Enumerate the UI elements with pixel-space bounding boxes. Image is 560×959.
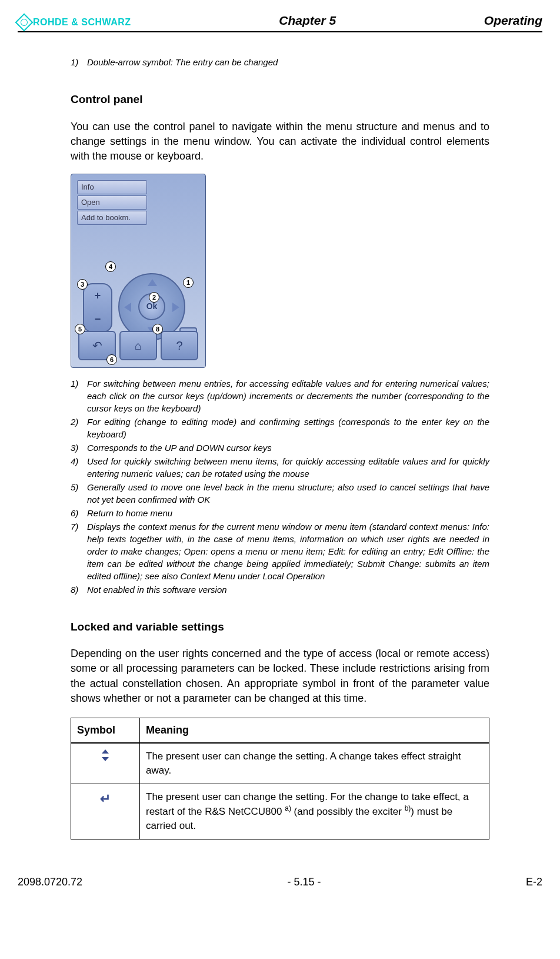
- chapter-label: Chapter 5: [279, 12, 336, 29]
- footnote-number: 1): [71, 56, 81, 68]
- control-panel-intro: You can use the control panel to navigat…: [71, 120, 489, 164]
- callout-badge: 1: [183, 277, 194, 288]
- page-footer: 2098.0720.72 - 5.15 - E-2: [18, 875, 542, 890]
- footnote-text: For switching between menu entries, for …: [87, 377, 489, 414]
- bottom-button-row: ↶ ⌂ ?: [78, 331, 198, 360]
- context-menu-open[interactable]: Open: [77, 195, 147, 210]
- footnote-number: 3): [71, 442, 81, 454]
- section-label: Operating: [484, 12, 542, 29]
- footer-rev: E-2: [526, 875, 542, 890]
- help-button[interactable]: ?: [161, 331, 198, 360]
- table-row: The present user can change the setting.…: [71, 743, 489, 784]
- top-footnote: 1) Double-arrow symbol: The entry can be…: [71, 56, 489, 68]
- footnote-number: 8): [71, 583, 81, 596]
- footnote-text: Used for quickly switching between menu …: [87, 455, 489, 480]
- footnote-number: 2): [71, 416, 81, 440]
- table-header-meaning: Meaning: [140, 718, 489, 743]
- callout-badge: 8: [152, 324, 163, 334]
- brand-name: ROHDE & SCHWARZ: [33, 16, 131, 29]
- footnote-number: 6): [71, 507, 81, 519]
- double-arrow-icon: [101, 749, 110, 761]
- footnote-text: Displays the context menus for the curre…: [87, 520, 489, 582]
- plus-minus-rocker[interactable]: + −: [83, 283, 112, 333]
- locked-intro: Depending on the user rights concerned a…: [71, 646, 489, 706]
- footer-page: - 5.15 -: [288, 875, 321, 890]
- footnote-text: Return to home menu: [87, 507, 489, 519]
- footnote-text: Double-arrow symbol: The entry can be ch…: [87, 56, 489, 68]
- footnote-text: Not enabled in this software version: [87, 583, 489, 596]
- logo-icon: [15, 14, 33, 32]
- meaning-cell: The present user can change the setting.…: [140, 743, 489, 784]
- footnote-text: Corresponds to the UP and DOWN cursor ke…: [87, 442, 489, 454]
- footnote-text: For editing (change to editing mode) and…: [87, 416, 489, 440]
- arrow-up-icon: [148, 279, 157, 286]
- table-header-symbol: Symbol: [71, 718, 140, 743]
- callout-badge: 4: [105, 261, 116, 272]
- symbol-cell: [71, 743, 140, 784]
- footnote-number: 7): [71, 520, 81, 582]
- control-panel-heading: Control panel: [71, 92, 489, 108]
- context-menu-info[interactable]: Info: [77, 180, 147, 194]
- footer-docnum: 2098.0720.72: [18, 875, 82, 890]
- minus-icon: −: [95, 312, 101, 327]
- plus-icon: +: [95, 288, 101, 303]
- callout-badge: 2: [149, 292, 159, 303]
- locked-heading: Locked and variable settings: [71, 619, 489, 635]
- control-panel-footnotes: 1)For switching between menu entries, fo…: [71, 377, 489, 596]
- footnote-number: 4): [71, 455, 81, 480]
- navigation-dpad[interactable]: Ok: [118, 273, 185, 340]
- callout-badge: 5: [75, 324, 85, 334]
- footnote-number: 1): [71, 377, 81, 414]
- footnote-text: Generally used to move one level back in…: [87, 481, 489, 506]
- control-panel-figure: Info Open Add to bookm. + − 3 4 Ok 1 2 ▯…: [71, 174, 206, 368]
- page-header: ROHDE & SCHWARZ Chapter 5 Operating: [18, 12, 542, 32]
- callout-badge: 6: [106, 354, 117, 365]
- return-arrow-icon: ↵: [100, 791, 111, 806]
- footnote-number: 5): [71, 481, 81, 506]
- footnote-ref-b: b): [405, 804, 411, 812]
- table-row: ↵ The present user can change the settin…: [71, 784, 489, 839]
- context-menu-bookmark[interactable]: Add to bookm.: [77, 211, 147, 225]
- meaning-text: (and possibly the exciter: [291, 806, 405, 817]
- footnote-ref-a: a): [285, 804, 291, 812]
- symbol-cell: ↵: [71, 784, 140, 839]
- meaning-cell: The present user can change the setting.…: [140, 784, 489, 839]
- callout-badge: 3: [77, 279, 88, 290]
- symbol-meaning-table: Symbol Meaning The present user can chan…: [71, 718, 489, 839]
- arrow-left-icon: [124, 303, 131, 312]
- brand-logo: ROHDE & SCHWARZ: [18, 16, 131, 29]
- page-content: 1) Double-arrow symbol: The entry can be…: [71, 56, 489, 839]
- home-button[interactable]: ⌂: [119, 331, 157, 360]
- arrow-right-icon: [172, 303, 179, 312]
